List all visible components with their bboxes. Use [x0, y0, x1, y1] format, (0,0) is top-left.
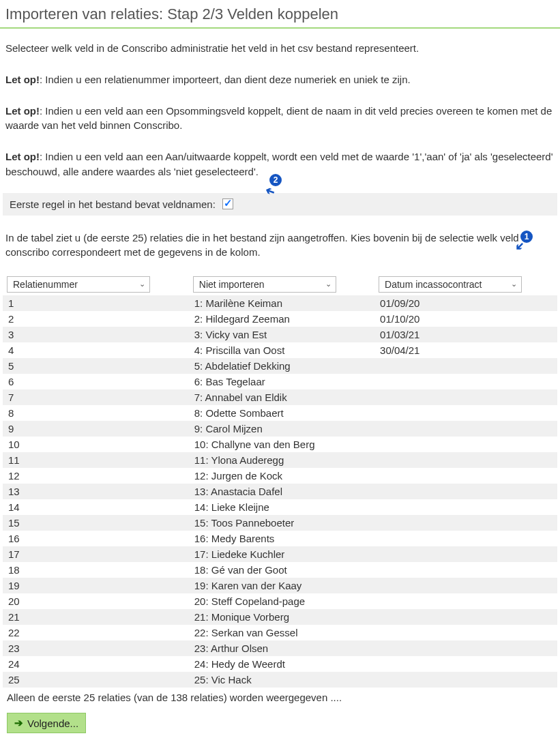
cell-col2: 9: Carol Mijzen [189, 421, 374, 437]
cell-col2: 13: Anastacia Dafel [189, 484, 374, 499]
cell-col1: 12 [3, 468, 189, 484]
table-row: 88: Odette Sombaert [3, 405, 557, 421]
cell-col3: 01/03/21 [374, 327, 557, 342]
warning-1-text: : Indien u een relatienummer importeert,… [40, 74, 411, 85]
cell-col1: 9 [3, 421, 189, 437]
cell-col3 [374, 374, 557, 389]
table-row: 33: Vicky van Est01/03/21 [3, 327, 557, 342]
table-row: 1010: Challyne van den Berg [3, 437, 557, 452]
column-1-select-value: Relatienummer [13, 279, 78, 290]
cell-col1: 5 [3, 358, 189, 374]
table-row: 1818: Gé van der Goot [3, 562, 557, 578]
table-row: 1212: Jurgen de Kock [3, 468, 557, 484]
table-row: 44: Priscilla van Oost30/04/21 [3, 342, 557, 358]
cell-col1: 16 [3, 531, 189, 546]
annotation-badge-2: 2 [268, 173, 283, 188]
cell-col2: 22: Serkan van Gessel [189, 625, 374, 640]
cell-col3 [374, 437, 557, 452]
cell-col3 [374, 625, 557, 640]
header-row-checkbox-bar: Eerste regel in het bestand bevat veldna… [3, 193, 557, 216]
chevron-down-icon: ⌄ [511, 280, 517, 289]
cell-col2: 5: Abdelatief Dekking [189, 358, 374, 374]
table-row: 2222: Serkan van Gessel [3, 625, 557, 640]
page-title: Importeren van relaties: Stap 2/3 Velden… [0, 0, 560, 29]
cell-col3 [374, 515, 557, 531]
warning-3-bold: Let op! [5, 151, 40, 162]
cell-col1: 11 [3, 452, 189, 468]
cell-col1: 20 [3, 593, 189, 609]
header-row-checkbox-label: Eerste regel in het bestand bevat veldna… [10, 198, 216, 210]
cell-col1: 7 [3, 389, 189, 405]
cell-col1: 21 [3, 609, 189, 625]
cell-col1: 19 [3, 578, 189, 593]
warning-2-text: : Indien u een veld aan een Opsommingsve… [5, 105, 552, 132]
cell-col2: 25: Vic Hack [189, 672, 374, 688]
table-row: 1515: Toos Panneboeter [3, 515, 557, 531]
warning-1: Let op!: Indien u een relatienummer impo… [0, 70, 560, 90]
cell-col2: 4: Priscilla van Oost [189, 342, 374, 358]
table-row: 2424: Hedy de Weerdt [3, 656, 557, 672]
cell-col3 [374, 672, 557, 688]
cell-col1: 2 [3, 311, 189, 327]
cell-col1: 15 [3, 515, 189, 531]
cell-col3 [374, 358, 557, 374]
cell-col2: 2: Hildegard Zeeman [189, 311, 374, 327]
cell-col2: 17: Liedeke Kuchler [189, 546, 374, 562]
cell-col3 [374, 452, 557, 468]
cell-col3: 30/04/21 [374, 342, 557, 358]
cell-col2: 7: Annabel van Eldik [189, 389, 374, 405]
header-row-checkbox[interactable] [222, 198, 233, 209]
chevron-down-icon: ⌄ [139, 280, 145, 289]
cell-col2: 23: Arthur Olsen [189, 640, 374, 656]
table-row: 2525: Vic Hack [3, 672, 557, 688]
cell-col1: 6 [3, 374, 189, 389]
next-button[interactable]: ➔ Volgende... [7, 713, 86, 733]
table-row: 1414: Lieke Kleijne [3, 499, 557, 515]
cell-col2: 8: Odette Sombaert [189, 405, 374, 421]
cell-col3: 01/10/20 [374, 311, 557, 327]
column-3-select[interactable]: Datum incassocontract ⌄ [379, 276, 522, 293]
table-row: 22: Hildegard Zeeman01/10/20 [3, 311, 557, 327]
field-mapping-table: Relatienummer ⌄ Niet importeren ⌄ Datum … [3, 274, 557, 688]
table-row: 99: Carol Mijzen [3, 421, 557, 437]
column-2-select[interactable]: Niet importeren ⌄ [193, 276, 336, 293]
table-row: 1919: Karen van der Kaay [3, 578, 557, 593]
column-1-select[interactable]: Relatienummer ⌄ [7, 276, 150, 293]
cell-col3 [374, 405, 557, 421]
table-row: 1313: Anastacia Dafel [3, 484, 557, 499]
table-row: 55: Abdelatief Dekking [3, 358, 557, 374]
table-row: 1111: Ylona Auderegg [3, 452, 557, 468]
cell-col3 [374, 389, 557, 405]
warning-1-bold: Let op! [5, 74, 40, 85]
cell-col2: 3: Vicky van Est [189, 327, 374, 342]
intro-text: Selecteer welk veld in de Conscribo admi… [0, 38, 560, 59]
cell-col1: 13 [3, 484, 189, 499]
column-3-select-value: Datum incassocontract [385, 279, 482, 290]
next-button-label: Volgende... [27, 718, 78, 729]
cell-col1: 3 [3, 327, 189, 342]
table-row: 77: Annabel van Eldik [3, 389, 557, 405]
cell-col2: 6: Bas Tegelaar [189, 374, 374, 389]
cell-col3 [374, 546, 557, 562]
cell-col1: 18 [3, 562, 189, 578]
cell-col1: 22 [3, 625, 189, 640]
cell-col3 [374, 656, 557, 672]
cell-col2: 20: Steff Copeland-page [189, 593, 374, 609]
cell-col3 [374, 499, 557, 515]
cell-col1: 1 [3, 295, 189, 311]
cell-col1: 23 [3, 640, 189, 656]
cell-col2: 21: Monique Vorberg [189, 609, 374, 625]
table-intro-text: In de tabel ziet u (de eerste 25) relati… [0, 228, 560, 263]
table-row: 2121: Monique Vorberg [3, 609, 557, 625]
cell-col3 [374, 593, 557, 609]
cell-col3 [374, 484, 557, 499]
arrow-right-icon: ➔ [14, 717, 23, 729]
cell-col2: 18: Gé van der Goot [189, 562, 374, 578]
cell-col3 [374, 578, 557, 593]
cell-col1: 24 [3, 656, 189, 672]
cell-col1: 10 [3, 437, 189, 452]
warning-2-bold: Let op! [5, 105, 40, 117]
cell-col1: 14 [3, 499, 189, 515]
annotation-badge-1: 1 [519, 229, 534, 244]
cell-col2: 10: Challyne van den Berg [189, 437, 374, 452]
